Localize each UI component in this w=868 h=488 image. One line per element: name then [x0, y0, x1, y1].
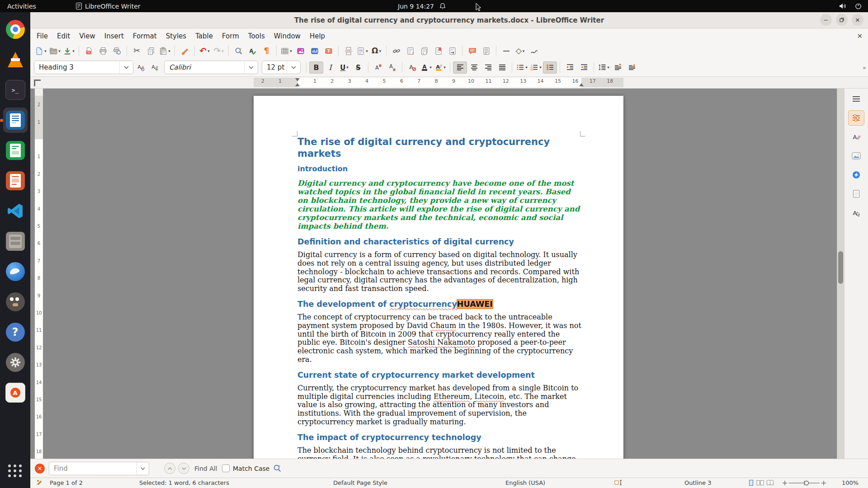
cut-button[interactable]: ✂: [130, 45, 144, 57]
dropdown-arrow-icon[interactable]: ▾: [443, 65, 446, 70]
copy-button[interactable]: [144, 45, 158, 57]
toolbar-overflow-icon[interactable]: »: [863, 64, 866, 71]
scrollbar-thumb[interactable]: [838, 251, 843, 284]
dock-chrome[interactable]: [3, 17, 28, 42]
dock-libreoffice-calc[interactable]: [3, 138, 28, 163]
match-case-option[interactable]: Match Case: [222, 465, 269, 472]
dropdown-arrow-icon[interactable]: ▾: [208, 49, 210, 53]
open-button[interactable]: ▾: [48, 45, 62, 57]
menu-edit[interactable]: Edit: [52, 30, 75, 42]
sidebar-settings-icon[interactable]: [848, 91, 864, 107]
power-icon[interactable]: [855, 3, 862, 9]
match-case-checkbox[interactable]: [222, 465, 230, 472]
dock-vscode[interactable]: [3, 198, 28, 224]
decrease-paragraph-spacing-button[interactable]: [625, 61, 639, 74]
clear-formatting-button[interactable]: A: [405, 61, 419, 74]
dropdown-arrow-icon[interactable]: ▾: [379, 49, 381, 53]
insert-field-button[interactable]: ▾: [355, 45, 369, 57]
insert-cross-reference-button[interactable]: [445, 45, 459, 57]
align-right-button[interactable]: [481, 61, 495, 74]
minimize-button[interactable]: −: [820, 14, 832, 26]
dock-help[interactable]: ?: [3, 319, 28, 345]
multi-page-view-button[interactable]: [756, 479, 764, 486]
dropdown-arrow-icon[interactable]: ▾: [72, 49, 75, 53]
undo-button[interactable]: ↶▾: [198, 45, 212, 57]
superscript-button[interactable]: AB: [371, 61, 385, 74]
dock-files[interactable]: [3, 229, 28, 254]
find-next-button[interactable]: [178, 463, 189, 474]
freeform-line-button[interactable]: [527, 45, 541, 57]
italic-button[interactable]: I: [323, 61, 337, 74]
chevron-down-icon[interactable]: [244, 61, 258, 74]
zoom-slider[interactable]: [782, 480, 827, 486]
update-style-button[interactable]: A: [133, 61, 147, 74]
status-word-count[interactable]: Selected: 1 word, 6 characters: [139, 479, 229, 486]
ordered-list-button[interactable]: IIIIII▾: [529, 61, 543, 74]
first-line-indent-marker[interactable]: [295, 78, 300, 81]
status-page-number[interactable]: Page 1 of 2: [50, 479, 83, 486]
vertical-ruler[interactable]: 21123456789101112131415161718: [35, 89, 43, 459]
menu-form[interactable]: Form: [217, 30, 244, 42]
chevron-down-icon[interactable]: [119, 61, 133, 74]
insert-table-button[interactable]: ▾: [279, 45, 293, 57]
new-style-button[interactable]: A: [147, 61, 161, 74]
left-indent-marker[interactable]: [295, 83, 300, 86]
close-button[interactable]: ✕: [852, 14, 863, 26]
single-page-view-button[interactable]: [748, 479, 754, 486]
page-deck-icon[interactable]: [848, 186, 864, 202]
export-pdf-button[interactable]: PDF: [82, 45, 96, 57]
menu-styles[interactable]: Styles: [161, 30, 191, 42]
properties-deck-icon[interactable]: [848, 110, 864, 126]
status-outline-level[interactable]: Outline 3: [684, 479, 711, 486]
insert-comment-button[interactable]: [465, 45, 479, 57]
dock-show-applications[interactable]: [3, 458, 28, 483]
print-button[interactable]: [96, 45, 110, 57]
find-close-button[interactable]: ✕: [35, 464, 45, 474]
show-track-changes-button[interactable]: [479, 45, 493, 57]
menu-help[interactable]: Help: [305, 30, 330, 42]
spelling-button[interactable]: A: [245, 45, 259, 57]
find-and-replace-button[interactable]: [273, 464, 282, 473]
selected-word[interactable]: HUAWEI: [457, 300, 493, 309]
menu-tools[interactable]: Tools: [244, 30, 269, 42]
navigator-deck-icon[interactable]: [848, 167, 864, 183]
menu-file[interactable]: File: [32, 30, 52, 42]
save-button[interactable]: ▾: [62, 45, 76, 57]
bold-button[interactable]: B: [309, 61, 323, 74]
formatting-marks-button[interactable]: ¶: [259, 45, 274, 57]
dock-thunderbird[interactable]: [3, 259, 28, 284]
menu-table[interactable]: Table: [191, 30, 217, 42]
vertical-scrollbar[interactable]: [837, 89, 844, 459]
redo-button[interactable]: ↷▾: [212, 45, 226, 57]
find-all-button[interactable]: Find All: [194, 465, 217, 472]
status-zoom-percent[interactable]: 100%: [842, 479, 859, 486]
font-name-combobox[interactable]: Calibri: [164, 61, 258, 74]
find-previous-button[interactable]: [164, 463, 175, 474]
volume-icon[interactable]: [839, 3, 847, 9]
unordered-list-button[interactable]: ▾: [515, 61, 529, 74]
decrease-indent-button[interactable]: [577, 61, 591, 74]
find-and-replace-button[interactable]: [231, 45, 245, 57]
insert-special-character-button[interactable]: Ω▾: [369, 45, 383, 57]
dropdown-arrow-icon[interactable]: ▾: [58, 49, 61, 53]
dropdown-arrow-icon[interactable]: ▾: [523, 49, 525, 53]
dropdown-arrow-icon[interactable]: ▾: [44, 49, 47, 53]
menu-window[interactable]: Window: [269, 30, 305, 42]
insert-image-button[interactable]: [293, 45, 307, 57]
styles-deck-icon[interactable]: A: [848, 129, 864, 145]
clone-formatting-button[interactable]: [178, 45, 192, 57]
font-color-button[interactable]: A▾: [419, 61, 433, 74]
insert-text-box-button[interactable]: T: [321, 45, 335, 57]
status-insert-mode-icon[interactable]: [614, 479, 623, 486]
dock-gimp[interactable]: [3, 289, 28, 314]
document-text[interactable]: The rise of digital currency and cryptoc…: [297, 136, 581, 459]
book-view-button[interactable]: [766, 479, 774, 486]
status-language[interactable]: English (USA): [505, 479, 545, 486]
dock-vlc[interactable]: [3, 47, 28, 72]
highlighting-color-button[interactable]: A▾: [433, 61, 447, 74]
titlebar[interactable]: The rise of digital currency and cryptoc…: [30, 12, 868, 28]
status-edit-icon[interactable]: [37, 479, 42, 486]
increase-indent-button[interactable]: [563, 61, 577, 74]
focused-app-indicator[interactable]: LibreOffice Writer: [76, 3, 141, 10]
subscript-button[interactable]: AB: [385, 61, 399, 74]
